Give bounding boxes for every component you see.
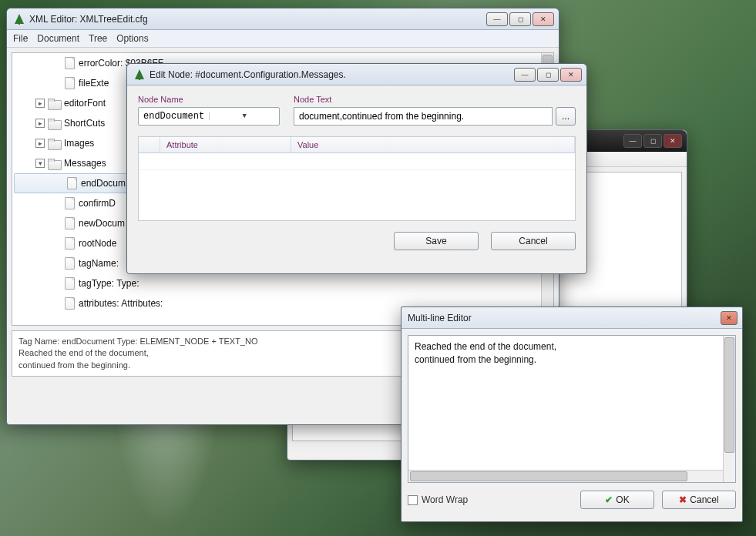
check-icon: ✔ <box>605 494 613 505</box>
tree-node-label: rootNode <box>79 238 116 249</box>
node-name-combobox[interactable]: endDocument ▼ <box>138 107 280 126</box>
app-tree-icon <box>13 13 25 25</box>
bg-close-button[interactable]: ✕ <box>664 134 682 148</box>
expand-icon[interactable]: ▸ <box>35 119 45 128</box>
folder-icon <box>48 119 60 129</box>
folder-icon <box>48 159 60 169</box>
page-icon <box>65 197 75 209</box>
node-text-expand-button[interactable]: ... <box>556 107 576 126</box>
table-row[interactable] <box>139 153 575 170</box>
multiline-editor-dialog: Multi-line Editor ✕ Reached the end of t… <box>401 307 743 522</box>
main-maximize-button[interactable]: ◻ <box>509 12 531 26</box>
tree-node-label: editorFont <box>64 98 106 109</box>
svg-marker-2 <box>135 69 144 79</box>
page-icon <box>65 257 75 270</box>
attributes-table-body[interactable] <box>138 153 576 221</box>
page-icon <box>65 57 75 69</box>
page-icon <box>65 237 75 250</box>
main-title: XML Editor: XMLTreeEdit.cfg <box>29 14 486 25</box>
save-button[interactable]: Save <box>394 232 479 250</box>
checkbox-icon <box>408 495 418 505</box>
x-icon: ✖ <box>679 494 687 505</box>
page-icon <box>65 277 75 290</box>
svg-rect-1 <box>18 23 20 25</box>
expand-icon[interactable]: ▸ <box>35 99 45 108</box>
tree-node-label: confirmD <box>79 198 116 209</box>
multiline-textarea[interactable]: Reached the end of the document, continu… <box>408 335 736 483</box>
main-minimize-button[interactable]: ― <box>486 12 508 26</box>
tree-node-label: Messages <box>64 158 106 169</box>
edit-node-dialog: Edit Node: #document.Configuration.Messa… <box>126 63 587 274</box>
bg-minimize-button[interactable]: ― <box>623 134 642 148</box>
node-name-value: endDocument <box>139 111 209 122</box>
node-name-label: Node Name <box>138 95 280 104</box>
ok-button[interactable]: ✔ OK <box>580 491 654 509</box>
tree-node-label: Images <box>64 138 94 149</box>
edit-node-close-button[interactable]: ✕ <box>560 68 582 82</box>
edit-node-maximize-button[interactable]: ◻ <box>537 68 559 82</box>
edit-node-tree-icon <box>133 69 146 81</box>
chevron-down-icon[interactable]: ▼ <box>209 112 279 120</box>
col-attribute: Attribute <box>160 137 291 152</box>
tree-node-label: newDocum <box>79 218 125 229</box>
page-icon <box>65 297 75 310</box>
page-icon <box>67 177 77 189</box>
tree-node-label: fileExte <box>79 78 109 89</box>
page-icon <box>65 217 75 229</box>
node-text-value: document,continued from the beginning. <box>299 111 464 122</box>
menu-tree[interactable]: Tree <box>89 33 107 44</box>
multiline-title: Multi-line Editor <box>408 313 721 323</box>
attributes-table-header: Attribute Value <box>138 136 576 153</box>
tree-node-label: attributes: Attributes: <box>79 298 163 309</box>
menu-options[interactable]: Options <box>116 33 148 44</box>
menu-file[interactable]: File <box>13 33 28 44</box>
node-text-input[interactable]: document,continued from the beginning. <box>294 107 553 126</box>
edit-node-title: Edit Node: #document.Configuration.Messa… <box>150 69 514 80</box>
tree-node-label: ShortCuts <box>64 118 105 129</box>
multiline-titlebar[interactable]: Multi-line Editor ✕ <box>402 307 742 329</box>
ellipsis-icon: ... <box>562 111 570 122</box>
edit-node-titlebar[interactable]: Edit Node: #document.Configuration.Messa… <box>127 64 586 85</box>
tree-node-label: tagType: Type: <box>79 278 139 289</box>
svg-marker-0 <box>15 14 24 24</box>
tree-leaf-node[interactable]: tagType: Type: <box>12 273 553 293</box>
tree-node-label: tagName: <box>79 258 119 269</box>
col-value: Value <box>291 137 575 152</box>
cancel-button[interactable]: Cancel <box>491 232 576 250</box>
folder-icon <box>48 99 60 109</box>
svg-rect-3 <box>139 79 140 80</box>
multiline-close-button[interactable]: ✕ <box>721 311 738 325</box>
node-text-label: Node Text <box>294 95 576 104</box>
expand-icon[interactable]: ▸ <box>35 139 45 148</box>
collapse-icon[interactable]: ▾ <box>35 159 45 168</box>
multiline-cancel-button[interactable]: ✖ Cancel <box>662 491 736 509</box>
tree-node-label: endDocum <box>81 178 126 189</box>
main-menubar: FileDocumentTreeOptions <box>7 30 559 48</box>
edit-node-minimize-button[interactable]: ― <box>514 68 536 82</box>
multiline-vscrollbar[interactable] <box>723 336 735 482</box>
wordwrap-label: Word Wrap <box>422 494 468 505</box>
main-close-button[interactable]: ✕ <box>533 12 554 26</box>
multiline-text-line-1: Reached the end of the document, <box>415 340 729 353</box>
page-icon <box>65 77 75 89</box>
folder-icon <box>48 139 60 149</box>
bg-maximize-button[interactable]: ◻ <box>643 134 662 148</box>
menu-document[interactable]: Document <box>37 33 79 44</box>
multiline-hscrollbar[interactable] <box>408 470 723 482</box>
multiline-text-line-2: continued from the beginning. <box>415 353 729 367</box>
wordwrap-checkbox[interactable]: Word Wrap <box>408 494 468 505</box>
main-titlebar[interactable]: XML Editor: XMLTreeEdit.cfg ― ◻ ✕ <box>7 8 559 30</box>
